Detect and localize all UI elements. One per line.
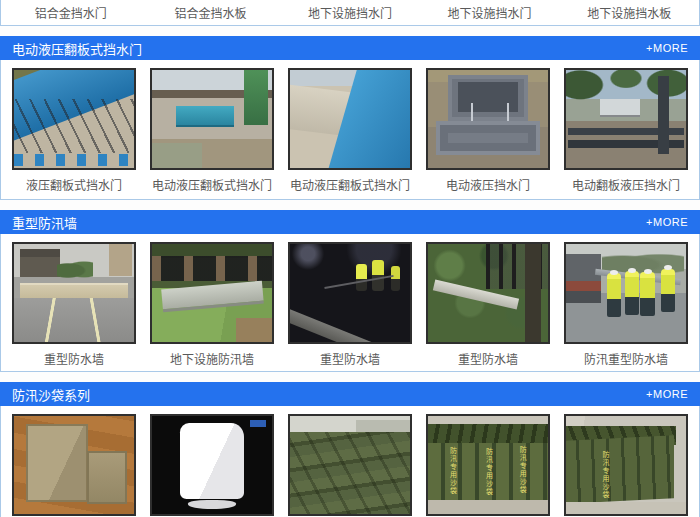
photo-shape	[14, 99, 134, 153]
product-photo-construction-site-gate[interactable]	[150, 68, 274, 170]
photo-shape	[180, 423, 245, 499]
photo-shape	[290, 432, 410, 514]
section-body: 重型防水墙 地下设施防汛墙 重型防水墙 重型防水墙	[0, 234, 700, 372]
product-photo-sandbag-rows[interactable]: 防汛专用沙袋	[564, 414, 688, 516]
product-caption[interactable]: 重型防水墙	[426, 350, 550, 367]
product-card: 防汛重型防水墙	[564, 242, 688, 371]
sandbag-print-text: 防汛专用沙袋	[450, 447, 457, 495]
product-link[interactable]: 铝合金挡水门	[1, 4, 141, 21]
product-caption[interactable]: 电动液压挡水门	[426, 176, 550, 193]
product-card: 电动液压翻板式挡水门	[150, 68, 274, 199]
section-body: 液压翻板式挡水门 电动液压翻板式挡水门 电动液压翻板式挡水门 电动液压挡水门	[0, 60, 700, 200]
product-link[interactable]: 地下设施挡水板	[559, 4, 699, 21]
photo-shape	[109, 244, 132, 276]
photo-shape	[14, 298, 134, 342]
product-card: 电动翻板液压挡水门	[564, 68, 688, 199]
product-photo-beam-in-foliage[interactable]	[426, 242, 550, 344]
product-card: 重型防水墙	[12, 242, 136, 371]
photo-shape	[566, 502, 686, 514]
photo-shape	[566, 435, 674, 503]
product-photo-night-installation[interactable]	[288, 242, 412, 344]
photo-shape	[525, 244, 541, 342]
product-card: 电动液压挡水门	[426, 68, 550, 199]
product-card	[150, 414, 274, 517]
photo-worker-figure	[607, 273, 621, 316]
photo-shape	[20, 249, 60, 277]
product-caption[interactable]: 电动液压翻板式挡水门	[150, 176, 274, 193]
more-link[interactable]: +MORE	[646, 216, 688, 228]
photo-shape	[14, 154, 134, 166]
product-link[interactable]: 地下设施挡水门	[280, 4, 420, 21]
photo-worker-figure	[640, 272, 654, 315]
product-caption[interactable]: 电动翻板液压挡水门	[564, 176, 688, 193]
photo-shape	[600, 99, 641, 117]
product-card: 液压翻板式挡水门	[12, 68, 136, 199]
section-title: 防汛沙袋系列	[12, 385, 90, 404]
product-card: 电动液压翻板式挡水门	[288, 68, 412, 199]
section-header: 防汛沙袋系列 +MORE	[0, 382, 700, 406]
section-title: 重型防汛墙	[12, 213, 77, 232]
section-header: 电动液压翻板式挡水门 +MORE	[0, 36, 700, 60]
photo-shape	[250, 420, 266, 427]
product-card: 防汛专用沙袋	[564, 414, 688, 517]
photo-shape	[436, 121, 539, 155]
product-link[interactable]: 地下设施挡水门	[420, 4, 560, 21]
product-link[interactable]: 铝合金挡水板	[141, 4, 281, 21]
previous-section-caption-row: 铝合金挡水门 铝合金挡水板 地下设施挡水门 地下设施挡水门 地下设施挡水板	[0, 0, 700, 26]
product-photo-steel-frame-yard[interactable]	[564, 68, 688, 170]
more-link[interactable]: +MORE	[646, 388, 688, 400]
photo-shape	[26, 424, 88, 502]
product-photo-standing-sandbags[interactable]: 防汛专用沙袋 防汛专用沙袋 防汛专用沙袋	[426, 414, 550, 516]
product-card: 重型防水墙	[426, 242, 550, 371]
photo-shape	[176, 106, 234, 127]
photo-shape	[356, 264, 367, 291]
sandbag-print-text: 防汛专用沙袋	[602, 451, 609, 499]
product-card: 重型防水墙	[288, 242, 412, 371]
photo-shape	[288, 309, 372, 344]
photo-shape	[87, 451, 127, 504]
photo-shape	[57, 260, 93, 282]
product-caption[interactable]: 地下设施防汛墙	[150, 350, 274, 367]
product-caption[interactable]: 重型防水墙	[12, 350, 136, 367]
product-photo-sandbag-heap[interactable]	[288, 414, 412, 516]
photo-shape	[152, 143, 202, 168]
more-link[interactable]: +MORE	[646, 42, 688, 54]
product-photo-crew-carrying-barrier[interactable]	[564, 242, 688, 344]
section-body: 防汛专用沙袋 防汛专用沙袋 防汛专用沙袋 防汛专用沙袋	[0, 406, 700, 517]
product-caption[interactable]: 液压翻板式挡水门	[12, 176, 136, 193]
section-title: 电动液压翻板式挡水门	[12, 39, 142, 58]
section-electric-hydraulic-flap-gates: 电动液压翻板式挡水门 +MORE 液压翻板式挡水门 电动液压翻板式挡水门 电	[0, 36, 700, 200]
product-photo-grey-flap-gate-open[interactable]	[426, 68, 550, 170]
photo-shape	[391, 266, 401, 291]
product-photo-blue-wall-ramp[interactable]	[288, 68, 412, 170]
product-photo-lawn-flood-wall[interactable]	[150, 242, 274, 344]
product-card	[12, 414, 136, 517]
product-caption[interactable]: 重型防水墙	[288, 350, 412, 367]
product-caption[interactable]: 防汛重型防水墙	[564, 350, 688, 367]
photo-shape	[372, 260, 384, 291]
sandbag-print-text: 防汛专用沙袋	[519, 446, 526, 494]
product-card: 地下设施防汛墙	[150, 242, 274, 371]
product-card	[288, 414, 412, 517]
photo-shape	[244, 70, 268, 125]
product-photo-canvas-sandbags[interactable]	[12, 414, 136, 516]
product-photo-white-woven-sack[interactable]	[150, 414, 274, 516]
product-card: 防汛专用沙袋 防汛专用沙袋 防汛专用沙袋	[426, 414, 550, 517]
photo-shape	[188, 500, 236, 509]
product-caption[interactable]: 电动液压翻板式挡水门	[288, 176, 412, 193]
photo-worker-figure	[661, 269, 675, 312]
photo-shape	[236, 318, 272, 342]
sandbag-print-text: 防汛专用沙袋	[486, 448, 493, 496]
photo-shape	[658, 76, 669, 154]
section-flood-sandbags: 防汛沙袋系列 +MORE	[0, 382, 700, 517]
photo-shape	[152, 256, 272, 281]
photo-worker-figure	[625, 271, 639, 314]
product-photo-road-flood-wall[interactable]	[12, 242, 136, 344]
section-heavy-flood-walls: 重型防汛墙 +MORE 重型防水墙 地下设施防汛墙 重型防水墙	[0, 210, 700, 372]
product-catalog-page: 铝合金挡水门 铝合金挡水板 地下设施挡水门 地下设施挡水门 地下设施挡水板 电动…	[0, 0, 700, 517]
product-photo-hydraulic-flap-gate-underside[interactable]	[12, 68, 136, 170]
photo-shape	[566, 254, 601, 303]
section-header: 重型防汛墙 +MORE	[0, 210, 700, 234]
